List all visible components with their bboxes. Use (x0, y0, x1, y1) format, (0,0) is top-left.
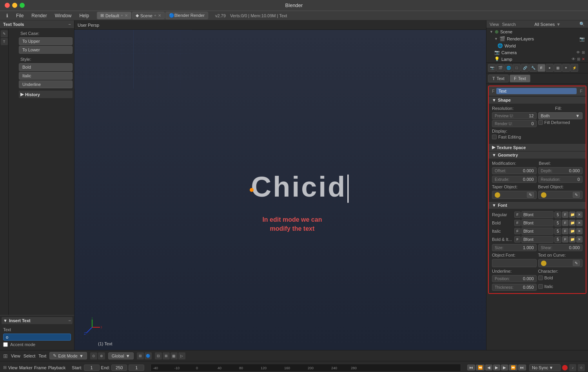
tool-icon-2[interactable]: T (1, 38, 8, 45)
prop-icon-data[interactable]: F (537, 64, 545, 72)
preview-u-field[interactable]: Preview U: 12 (492, 112, 537, 119)
menu-help[interactable]: Help (76, 12, 92, 19)
maximize-button[interactable] (20, 3, 25, 8)
snap-icon[interactable]: ⊙ (90, 352, 97, 359)
regular-font-folder[interactable]: 📁 (569, 212, 575, 218)
edit-mode-dropdown[interactable]: ✎ Edit Mode ▼ (49, 352, 87, 359)
bold-button[interactable]: Bold (19, 63, 73, 71)
jump-end-btn[interactable]: ⏭ (518, 365, 526, 370)
render-u-field[interactable]: Render U: 0 (492, 120, 537, 127)
outliner-item-camera[interactable]: 📷 Camera 👁 ⊞ (486, 49, 588, 56)
outliner-item-world[interactable]: 🌐 World (486, 42, 588, 49)
record-button[interactable] (562, 365, 568, 370)
search-link[interactable]: Search (502, 22, 516, 27)
keyframe-icon[interactable]: ⊹ (578, 364, 585, 371)
sync-dropdown[interactable]: No Sync ▼ (529, 364, 561, 371)
to-lower-button[interactable]: To Lower (19, 46, 73, 54)
menu-render[interactable]: Render (28, 12, 50, 19)
prop-icon-scene[interactable]: 🎬 (496, 64, 504, 72)
render-engine-select[interactable]: 🔵Blender Render (165, 12, 208, 19)
position-field[interactable]: Position: 0.000 (492, 275, 537, 282)
timeline-playback[interactable]: Playback (48, 365, 66, 370)
prop-icon-modifiers[interactable]: 🔧 (529, 64, 537, 72)
size-field[interactable]: Size: 1.000 (492, 244, 537, 251)
view-menu[interactable]: View (11, 354, 20, 358)
timeline-view[interactable]: View (8, 365, 18, 370)
fill-dropdown[interactable]: Both ▼ (538, 112, 583, 119)
global-dropdown[interactable]: Global ▼ (108, 352, 134, 359)
depth-field[interactable]: Depth: 0.000 (538, 167, 583, 174)
start-frame-field[interactable]: 1 (84, 365, 100, 371)
tool-icon-1[interactable]: ✎ (1, 30, 8, 37)
italic-font-picker[interactable]: Bfont (521, 228, 554, 235)
workspace-tab-default[interactable]: ⊞Default + ✕ (97, 12, 131, 19)
bevel-resolution-field[interactable]: Resolution: 0 (538, 176, 583, 183)
italic-font-folder[interactable]: 📁 (569, 228, 575, 234)
bold-italic-font-picker[interactable]: Bfont (521, 236, 554, 243)
jump-start-btn[interactable]: ⏮ (467, 365, 475, 370)
audio-icon[interactable]: ♪ (569, 364, 576, 371)
close-button[interactable] (5, 3, 10, 8)
prop-icon-material[interactable]: ● (546, 64, 554, 72)
outliner-item-scene[interactable]: ▼ ⊕ Scene (486, 28, 588, 35)
text-input[interactable] (3, 334, 71, 341)
italic-font-f[interactable]: F (562, 228, 568, 234)
insert-text-collapse[interactable]: − (69, 318, 71, 323)
history-header[interactable]: ▶ History (19, 91, 73, 98)
prop-icon-texture[interactable]: ▦ (554, 64, 562, 72)
bold-font-folder[interactable]: 📁 (569, 220, 575, 226)
bold-font-x[interactable]: ✕ (576, 220, 583, 226)
view-link[interactable]: View (490, 22, 499, 27)
play-btn[interactable]: ▶ (493, 365, 500, 370)
scene-selector[interactable]: All Scenes ▼ (534, 22, 561, 27)
search-icon[interactable]: 🔍 (579, 22, 585, 27)
prop-icon-particles[interactable]: ✦ (562, 64, 570, 72)
next-keyframe-btn[interactable]: ▶ (501, 365, 508, 370)
prev-frame-btn[interactable]: ⏪ (476, 365, 485, 370)
offset-field[interactable]: Offset: 0.000 (492, 167, 537, 174)
underline-button[interactable]: Underline (19, 80, 73, 88)
tab-text-font[interactable]: T Text (488, 75, 509, 82)
menu-window[interactable]: Window (52, 12, 75, 19)
prop-icon-physics[interactable]: ⚡ (570, 64, 578, 72)
overlay-icon[interactable]: ⊠ (163, 352, 170, 359)
bold-font-f[interactable]: F (562, 220, 568, 226)
prev-keyframe-btn[interactable]: ◀ (485, 365, 492, 370)
tab-text-data[interactable]: F Text (510, 75, 530, 82)
fast-editing-checkbox[interactable] (492, 135, 497, 139)
curve-pencil-btn[interactable]: ✎ (573, 260, 580, 266)
regular-font-picker[interactable]: Bfont (521, 211, 554, 218)
bevel-object-picker[interactable]: ✎ (538, 191, 583, 199)
texture-icon[interactable]: ▦ (171, 352, 178, 359)
to-upper-button[interactable]: To Upper (19, 37, 73, 45)
render-icon[interactable]: ▷ (178, 352, 185, 359)
menu-file[interactable]: File (13, 12, 27, 19)
minimize-button[interactable] (12, 3, 17, 8)
layer-icon[interactable]: ⊟ (155, 352, 162, 359)
italic-button[interactable]: Italic (19, 72, 73, 80)
bold-font-picker[interactable]: Bfont (521, 219, 554, 226)
end-frame-field[interactable]: 250 (111, 365, 127, 371)
viewport-canvas[interactable]: Chicid In edit mode we can modify the te… (74, 30, 486, 350)
next-frame-btn[interactable]: ⏩ (509, 365, 517, 370)
object-font-picker[interactable] (492, 259, 537, 267)
prop-icon-render[interactable]: 📷 (488, 64, 496, 72)
outliner-item-renderlayers[interactable]: ▼ 🎬 RenderLayers 📷 (486, 35, 588, 42)
bold-italic-folder[interactable]: 📁 (569, 236, 575, 243)
shear-field[interactable]: Shear: 0.000 (538, 244, 583, 251)
current-frame-field[interactable]: 1 (129, 365, 144, 371)
viewport[interactable]: User Persp (74, 20, 486, 350)
timeline-ruler[interactable]: -40 -10 0 40 80 120 160 200 240 280 (151, 364, 461, 372)
char-italic-checkbox[interactable] (538, 284, 543, 289)
snap-tool-icon[interactable]: ⊞ (137, 352, 144, 359)
char-bold-checkbox[interactable] (538, 275, 543, 280)
scene-tab[interactable]: ◆Scene + ✕ (132, 12, 165, 19)
insert-text-header[interactable]: ▼ Insert Text − (2, 317, 73, 324)
prop-icon-object[interactable]: □ (513, 64, 521, 72)
pivot-icon[interactable]: ⊕ (98, 352, 105, 359)
bold-italic-x[interactable]: ✕ (576, 236, 583, 243)
timeline-marker[interactable]: Marker (19, 365, 33, 370)
panel-collapse-icon[interactable]: − (69, 22, 71, 27)
select-menu[interactable]: Select (24, 354, 36, 358)
menu-info-icon[interactable]: ℹ (3, 12, 11, 19)
